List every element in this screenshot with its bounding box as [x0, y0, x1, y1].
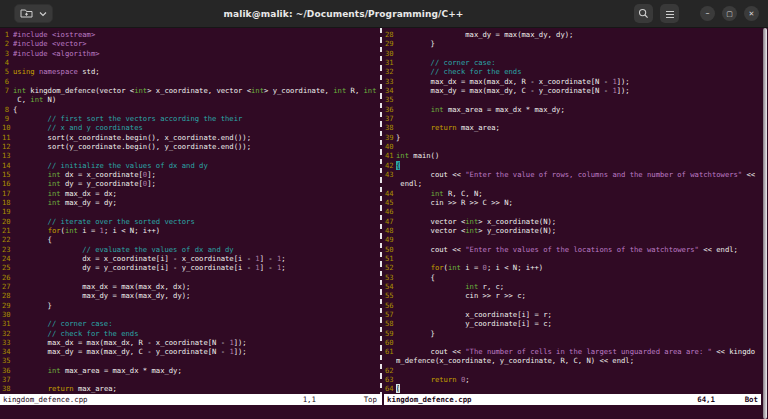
code-row: C, int N)	[2, 95, 379, 104]
code-row: 37	[385, 114, 759, 123]
minimize-button[interactable]: –	[700, 6, 715, 21]
line-number: 31	[385, 58, 396, 67]
new-tab-button[interactable]	[14, 4, 53, 23]
line-number: 11	[2, 133, 13, 142]
line-number: 34	[385, 86, 396, 95]
code-row: 54 int r, c;	[385, 282, 759, 291]
cursor-position: 1,1	[303, 394, 316, 405]
code-row: 36 int max_area = max_dx * max_dy;	[2, 366, 379, 375]
terminal-titlebar: malik@malik: ~/Documents/Programming/C++…	[0, 0, 768, 28]
line-number: 8	[2, 105, 13, 114]
scrollbar[interactable]	[763, 28, 767, 419]
code-row: 38 return max_area;	[2, 384, 379, 393]
code-row: 6	[2, 77, 379, 86]
code-row: 9 // first sort the vectors according th…	[2, 114, 379, 123]
code-row: 56	[385, 301, 759, 310]
code-row: 27 max_dx = max(max_dx, dx);	[2, 282, 379, 291]
code-row: 39}	[385, 133, 759, 142]
line-number: 38	[385, 123, 396, 132]
line-number: 46	[385, 207, 396, 216]
code-row: 10 // x and y coordinates	[2, 123, 379, 132]
code-row: 55 cin >> r >> c;	[385, 291, 759, 300]
code-row: 40	[385, 142, 759, 151]
code-row: 21 for(int i = 1; i < N; i++)	[2, 226, 379, 235]
line-number: 53	[385, 273, 396, 282]
line-number: 17	[2, 189, 13, 198]
code-row: 33 max_dx = max(max_dx, R - x_coordinate…	[2, 338, 379, 347]
line-number: 60	[385, 338, 396, 347]
code-row: 53 {	[385, 273, 759, 282]
code-row: 33 max_dx = max(max_dx, R - x_coordinate…	[385, 77, 759, 86]
line-number: 31	[2, 319, 13, 328]
code-row: 28 max_dy = max(max_dy, dy);	[2, 291, 379, 300]
line-number: 54	[385, 282, 396, 291]
line-number: 42	[385, 161, 396, 170]
search-button[interactable]	[634, 4, 653, 23]
code-row: 36 int max_area = max_dx * max_dy;	[385, 105, 759, 114]
vim-command-line[interactable]	[0, 405, 768, 419]
code-row: 48 vector <int> y_coordinate(N);	[385, 226, 759, 235]
code-row: 34 max_dy = max(max_dy, C - y_coordinate…	[385, 86, 759, 95]
line-number: 3	[2, 49, 13, 58]
line-number: 45	[385, 198, 396, 207]
line-number: 12	[2, 142, 13, 151]
code-row: 18 int max_dy = dy;	[2, 198, 379, 207]
vim-pane-left[interactable]: 1#include <iostream>2#include <vector>3#…	[2, 30, 379, 395]
code-row: 11 sort(x_coordinate.begin(), x_coordina…	[2, 133, 379, 142]
code-row: 19	[2, 207, 379, 216]
code-row: 43 cout << "Enter the value of rows, col…	[385, 170, 759, 179]
line-number: 51	[385, 254, 396, 263]
window-title: malik@malik: ~/Documents/Programming/C++	[53, 9, 634, 19]
minimize-icon: –	[706, 9, 710, 18]
code-row: 26	[2, 273, 379, 282]
code-row: 60	[385, 338, 759, 347]
line-number: 57	[385, 310, 396, 319]
code-row: 23 // evaluate the values of dx and dy	[2, 245, 379, 254]
code-rows: 28 max_dy = max(max_dy, dy);29 }3031 // …	[385, 30, 759, 394]
line-number: 32	[385, 67, 396, 76]
code-row: 52 for(int i = 0; i < N; i++)	[385, 263, 759, 272]
code-row: 35	[385, 95, 759, 104]
maximize-button[interactable]: ▢	[722, 6, 737, 21]
code-row: 29 }	[2, 301, 379, 310]
chevron-down-icon[interactable]	[39, 11, 47, 17]
code-row: 37	[2, 375, 379, 384]
code-row: 29 }	[385, 39, 759, 48]
line-number: 6	[2, 77, 13, 86]
line-number: 13	[2, 151, 13, 160]
close-button[interactable]: ✕	[744, 6, 759, 21]
code-row: 28 max_dy = max(max_dy, dy);	[385, 30, 759, 39]
code-row: 12 sort(y_coordinate.begin(), y_coordina…	[2, 142, 379, 151]
code-row: 3#include <algorithm>	[2, 49, 379, 58]
line-number: 47	[385, 217, 396, 226]
line-number: 64	[385, 384, 396, 393]
line-number	[2, 95, 13, 104]
line-number: 58	[385, 319, 396, 328]
search-icon	[638, 4, 649, 23]
line-number: 33	[2, 338, 13, 347]
line-number: 16	[2, 179, 13, 188]
line-number: 37	[2, 375, 13, 384]
line-number: 29	[385, 39, 396, 48]
line-number: 35	[385, 95, 396, 104]
line-number: 33	[385, 77, 396, 86]
line-number: 26	[2, 273, 13, 282]
scroll-position: Top	[364, 394, 377, 405]
statusline-left: kingdom_defence.cpp 1,1 Top	[0, 394, 382, 405]
line-number: 29	[2, 301, 13, 310]
maximize-icon: ▢	[726, 10, 733, 18]
code-row: 62	[385, 366, 759, 375]
line-number: 24	[2, 254, 13, 263]
line-number: 14	[2, 161, 13, 170]
line-number: 55	[385, 291, 396, 300]
vim-pane-right[interactable]: 28 max_dy = max(max_dy, dy);29 }3031 // …	[385, 30, 759, 395]
close-icon: ✕	[749, 10, 755, 18]
code-row: 59 }	[385, 329, 759, 338]
code-row: 58 y_coordinate[i] = c;	[385, 319, 759, 328]
line-number: 20	[2, 217, 13, 226]
menu-button[interactable]	[660, 4, 679, 23]
vim-vertical-split-separator[interactable]	[380, 28, 382, 403]
line-number: 25	[2, 263, 13, 272]
line-number: 1	[2, 30, 13, 39]
code-row: 35	[2, 356, 379, 365]
